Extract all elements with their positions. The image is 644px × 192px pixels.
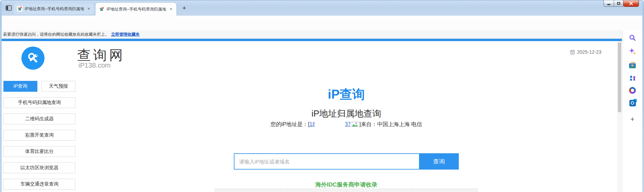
outlook-icon (629, 100, 636, 106)
broken-image-icon (352, 122, 358, 128)
ip-censor-blur (315, 122, 345, 128)
page-scrollbar[interactable] (617, 41, 622, 192)
tab-title: iP地址查询--手机号码查询归属地 (25, 6, 84, 12)
tab-title: iP地址查询--手机号码查询归属地 (107, 6, 166, 12)
idc-section-title: 海外IDC服务商申请收录 (75, 181, 617, 189)
tab-layout-icon (5, 5, 12, 13)
sidebar-item-ethereum-explorer[interactable]: 以太坊区块浏览器 (3, 162, 75, 173)
sidebar-item-phone-lookup[interactable]: 手机号码归属地查询 (3, 97, 75, 108)
ip-suffix: ]来自：中国上海上海 电信 (359, 121, 422, 127)
m365-ring-icon (629, 87, 636, 94)
site-favicon-icon (99, 6, 104, 12)
tab-actions-button[interactable] (4, 4, 13, 13)
tab-close-icon[interactable]: × (86, 6, 91, 12)
minimize-button[interactable] (604, 0, 614, 7)
sidebar-copilot-icon[interactable] (628, 47, 637, 55)
webpage: 查询网 iP138.com 2025-12-23 iP查询 天气预报 手机号码归… (2, 41, 622, 192)
ip-search-input[interactable] (234, 153, 419, 170)
close-icon (629, 1, 633, 5)
idc-col-4: 集群服务器 (412, 189, 478, 192)
ip-end: 37 (345, 121, 351, 127)
sidebar-outlook-icon[interactable] (628, 99, 637, 107)
sidebar-search-icon[interactable] (628, 34, 637, 42)
manage-favorites-link[interactable]: 立即管理收藏夹 (111, 32, 140, 37)
sidebar-item-sports-scores[interactable]: 体育比赛比分 (3, 146, 75, 157)
edge-sidebar: + (622, 30, 642, 192)
your-ip-line: 您的iP地址是：[1837]来自：中国上海上海 电信 (75, 121, 617, 128)
new-tab-button[interactable]: + (180, 4, 188, 13)
restore-button[interactable] (614, 0, 623, 7)
restore-icon (617, 2, 620, 5)
page-subtitle: iP地址归属地查询 (75, 108, 617, 120)
browser-toolbar: https://www.ip138.com A (0, 16, 644, 30)
sidebar-item-traffic-violation[interactable]: 车辆交通违章查询 (3, 179, 75, 190)
tab-1[interactable]: iP地址查询--手机号码查询归属地 × (14, 3, 94, 14)
sidebar-tools-icon[interactable] (628, 61, 637, 69)
ip-address-link[interactable]: 1837 (310, 121, 351, 127)
window-border-left (0, 0, 2, 192)
window-border-right (642, 0, 644, 192)
sidebar-item-qrcode[interactable]: 二维码生成器 (3, 114, 75, 124)
site-favicon-icon (17, 6, 22, 12)
idc-col-company: IDC公司 (215, 189, 281, 192)
magnifier-wrench-icon (26, 51, 40, 65)
idc-table-header-row: IDC公司 高防 大带宽 集群服务器 (215, 189, 478, 192)
idc-col-3: 大带宽 (346, 189, 412, 192)
browser-window: iP地址查询--手机号码查询归属地 × iP地址查询--手机号码查询归属地 × … (0, 0, 644, 192)
sidebar-item-ip-query[interactable]: iP查询 (3, 81, 37, 92)
search-button[interactable]: 查询 (419, 153, 459, 170)
tab-close-icon[interactable]: × (168, 6, 174, 12)
title-bar: iP地址查询--手机号码查询归属地 × iP地址查询--手机号码查询归属地 × … (0, 0, 644, 16)
idc-col-2: 高防 (281, 189, 347, 192)
sidebar-item-lottery[interactable]: 彩票开奖查询 (3, 130, 75, 141)
toolbox-icon (629, 63, 636, 68)
sidebar-games-icon[interactable] (628, 74, 637, 82)
main-content: iP查询 iP地址归属地查询 您的iP地址是：[1837]来自：中国上海上海 电… (75, 41, 617, 192)
favorites-bar: 若要进行快速访问，请将你的网址收藏放在此收藏夹栏上。 立即管理收藏夹 (0, 30, 644, 39)
ip-prefix: 您的iP地址是：[ (271, 121, 310, 127)
favorites-bar-message: 若要进行快速访问，请将你的网址收藏放在此收藏夹栏上。 (3, 32, 109, 37)
window-controls (604, 0, 639, 7)
page-title: iP查询 (75, 86, 617, 103)
close-button[interactable] (623, 0, 639, 7)
sidebar-m365-icon[interactable] (628, 86, 637, 94)
site-logo[interactable] (21, 47, 45, 70)
ip-search-form: 查询 (75, 153, 617, 170)
scrollbar-thumb[interactable] (618, 42, 621, 112)
sidebar-item-weather[interactable]: 天气预报 (41, 81, 75, 92)
minimize-icon (607, 4, 610, 5)
sidebar-add-button[interactable]: + (628, 115, 637, 123)
tab-2-active[interactable]: iP地址查询--手机号码查询归属地 × (95, 3, 176, 16)
site-top-accent-bar (2, 39, 622, 41)
